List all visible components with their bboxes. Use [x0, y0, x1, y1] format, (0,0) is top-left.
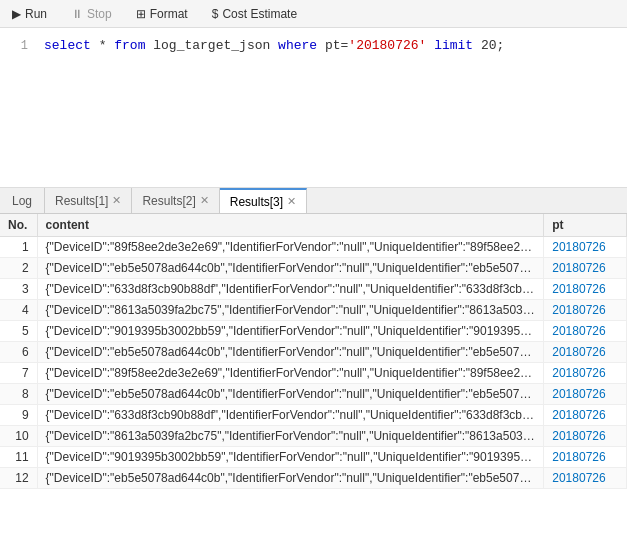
- cell-no: 11: [0, 447, 37, 468]
- cell-pt: 20180726: [544, 342, 627, 363]
- line-number: 1: [8, 36, 28, 56]
- cell-pt: 20180726: [544, 258, 627, 279]
- table-row: 6{"DeviceID":"eb5e5078ad644c0b","Identif…: [0, 342, 627, 363]
- cell-pt: 20180726: [544, 237, 627, 258]
- cell-no: 9: [0, 405, 37, 426]
- toolbar: ▶ Run ⏸ Stop ⊞ Format $ Cost Estimate: [0, 0, 627, 28]
- sql-editor[interactable]: 1 select * from log_target_json where pt…: [0, 28, 627, 188]
- cell-pt: 20180726: [544, 279, 627, 300]
- table-row: 4{"DeviceID":"8613a5039fa2bc75","Identif…: [0, 300, 627, 321]
- table-row: 2{"DeviceID":"eb5e5078ad644c0b","Identif…: [0, 258, 627, 279]
- stop-label: Stop: [87, 7, 112, 21]
- table-row: 5{"DeviceID":"9019395b3002bb59","Identif…: [0, 321, 627, 342]
- cell-no: 3: [0, 279, 37, 300]
- cell-no: 10: [0, 426, 37, 447]
- table-header-row: No. content pt: [0, 214, 627, 237]
- header-content: content: [37, 214, 544, 237]
- cell-content: {"DeviceID":"8613a5039fa2bc75","Identifi…: [37, 426, 544, 447]
- cell-pt: 20180726: [544, 321, 627, 342]
- cell-content: {"DeviceID":"eb5e5078ad644c0b","Identifi…: [37, 342, 544, 363]
- results-table-container: No. content pt 1{"DeviceID":"89f58ee2de3…: [0, 214, 627, 489]
- header-no: No.: [0, 214, 37, 237]
- cell-content: {"DeviceID":"8613a5039fa2bc75","Identifi…: [37, 300, 544, 321]
- format-button[interactable]: ⊞ Format: [132, 5, 192, 23]
- tab-results3-close[interactable]: ✕: [287, 196, 296, 207]
- cell-content: {"DeviceID":"89f58ee2de3e2e69","Identifi…: [37, 237, 544, 258]
- cell-content: {"DeviceID":"eb5e5078ad644c0b","Identifi…: [37, 384, 544, 405]
- cell-content: {"DeviceID":"eb5e5078ad644c0b","Identifi…: [37, 258, 544, 279]
- cell-no: 12: [0, 468, 37, 489]
- cell-content: {"DeviceID":"633d8f3cb90b88df","Identifi…: [37, 279, 544, 300]
- cell-no: 7: [0, 363, 37, 384]
- cell-content: {"DeviceID":"9019395b3002bb59","Identifi…: [37, 447, 544, 468]
- run-icon: ▶: [12, 7, 21, 21]
- header-pt: pt: [544, 214, 627, 237]
- cell-pt: 20180726: [544, 363, 627, 384]
- code-line: select * from log_target_json where pt='…: [44, 36, 504, 56]
- cell-no: 1: [0, 237, 37, 258]
- cell-pt: 20180726: [544, 447, 627, 468]
- table-row: 7{"DeviceID":"89f58ee2de3e2e69","Identif…: [0, 363, 627, 384]
- tab-results1-label: Results[1]: [55, 194, 108, 208]
- table-row: 8{"DeviceID":"eb5e5078ad644c0b","Identif…: [0, 384, 627, 405]
- cell-no: 4: [0, 300, 37, 321]
- tab-results2-close[interactable]: ✕: [200, 195, 209, 206]
- cell-pt: 20180726: [544, 468, 627, 489]
- table-row: 1{"DeviceID":"89f58ee2de3e2e69","Identif…: [0, 237, 627, 258]
- table-row: 12{"DeviceID":"eb5e5078ad644c0b","Identi…: [0, 468, 627, 489]
- cell-no: 8: [0, 384, 37, 405]
- tab-results1-close[interactable]: ✕: [112, 195, 121, 206]
- run-label: Run: [25, 7, 47, 21]
- format-label: Format: [150, 7, 188, 21]
- results-table: No. content pt 1{"DeviceID":"89f58ee2de3…: [0, 214, 627, 489]
- tab-log[interactable]: Log: [0, 188, 45, 213]
- tab-results1[interactable]: Results[1] ✕: [45, 188, 132, 213]
- table-row: 11{"DeviceID":"9019395b3002bb59","Identi…: [0, 447, 627, 468]
- cell-no: 6: [0, 342, 37, 363]
- table-row: 9{"DeviceID":"633d8f3cb90b88df","Identif…: [0, 405, 627, 426]
- run-button[interactable]: ▶ Run: [8, 5, 51, 23]
- format-icon: ⊞: [136, 7, 146, 21]
- stop-button[interactable]: ⏸ Stop: [67, 5, 116, 23]
- table-row: 3{"DeviceID":"633d8f3cb90b88df","Identif…: [0, 279, 627, 300]
- cell-no: 2: [0, 258, 37, 279]
- stop-icon: ⏸: [71, 7, 83, 21]
- editor-line-1: 1 select * from log_target_json where pt…: [0, 36, 627, 56]
- cell-content: {"DeviceID":"89f58ee2de3e2e69","Identifi…: [37, 363, 544, 384]
- cell-no: 5: [0, 321, 37, 342]
- cell-pt: 20180726: [544, 405, 627, 426]
- cell-content: {"DeviceID":"9019395b3002bb59","Identifi…: [37, 321, 544, 342]
- tabs-bar: Log Results[1] ✕ Results[2] ✕ Results[3]…: [0, 188, 627, 214]
- tab-results3-label: Results[3]: [230, 195, 283, 209]
- cell-content: {"DeviceID":"633d8f3cb90b88df","Identifi…: [37, 405, 544, 426]
- tab-results3[interactable]: Results[3] ✕: [220, 188, 307, 213]
- cost-icon: $: [212, 7, 219, 21]
- cell-pt: 20180726: [544, 384, 627, 405]
- cell-content: {"DeviceID":"eb5e5078ad644c0b","Identifi…: [37, 468, 544, 489]
- cost-estimate-button[interactable]: $ Cost Estimate: [208, 5, 301, 23]
- table-row: 10{"DeviceID":"8613a5039fa2bc75","Identi…: [0, 426, 627, 447]
- tab-results2-label: Results[2]: [142, 194, 195, 208]
- tab-results2[interactable]: Results[2] ✕: [132, 188, 219, 213]
- tab-log-label: Log: [12, 194, 32, 208]
- cost-label: Cost Estimate: [222, 7, 297, 21]
- cell-pt: 20180726: [544, 300, 627, 321]
- cell-pt: 20180726: [544, 426, 627, 447]
